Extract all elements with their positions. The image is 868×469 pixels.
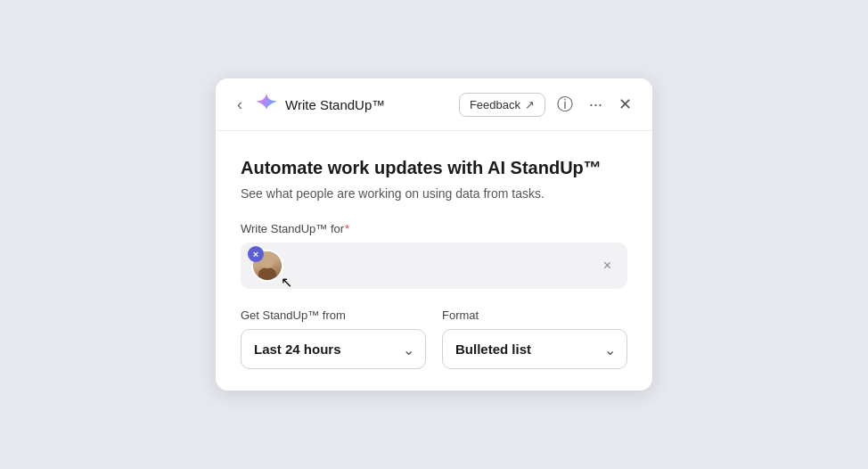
header-left: ‹ Write StandUp™	[232, 93, 452, 116]
standup-logo-icon	[255, 93, 278, 116]
header-right: Feedback ↗ ⓘ ··· ✕	[459, 91, 636, 118]
panel-header: ‹ Write StandUp™ Feedback ↗	[216, 78, 652, 131]
standup-from-label: Get StandUp™ from	[241, 309, 426, 322]
user-for-input[interactable]: × ↖ ×	[241, 243, 627, 289]
cursor-icon: ↖	[281, 274, 292, 291]
format-select[interactable]: Bulleted list Numbered list Paragraph	[442, 329, 627, 369]
standup-from-field: Get StandUp™ from Last 24 hours Last 7 d…	[241, 309, 426, 369]
remove-chip-button[interactable]: ×	[248, 246, 264, 262]
info-button[interactable]: ⓘ	[553, 91, 577, 118]
panel-body: Automate work updates with AI StandUp™ S…	[216, 131, 652, 391]
format-field: Format Bulleted list Numbered list Parag…	[442, 309, 627, 369]
options-row: Get StandUp™ from Last 24 hours Last 7 d…	[241, 309, 627, 369]
back-button[interactable]: ‹	[232, 94, 248, 116]
main-title: Automate work updates with AI StandUp™	[241, 156, 627, 179]
standup-panel: ‹ Write StandUp™ Feedback ↗	[216, 78, 652, 391]
user-chip: × ↖	[251, 250, 283, 282]
external-link-icon: ↗	[525, 98, 535, 111]
format-select-wrapper: Bulleted list Numbered list Paragraph ⌄	[442, 329, 627, 369]
clear-button[interactable]: ×	[598, 256, 617, 276]
time-select[interactable]: Last 24 hours Last 7 days Last 30 days	[241, 329, 426, 369]
feedback-button[interactable]: Feedback ↗	[459, 93, 545, 117]
required-marker: *	[345, 222, 349, 235]
close-button[interactable]: ✕	[614, 92, 636, 117]
more-options-button[interactable]: ···	[585, 93, 607, 117]
panel-title: Write StandUp™	[285, 97, 385, 112]
time-select-wrapper: Last 24 hours Last 7 days Last 30 days ⌄	[241, 329, 426, 369]
subtitle: See what people are working on using dat…	[241, 186, 627, 201]
feedback-label: Feedback	[470, 98, 520, 111]
format-label: Format	[442, 309, 627, 322]
for-field-label: Write StandUp™ for*	[241, 222, 627, 235]
